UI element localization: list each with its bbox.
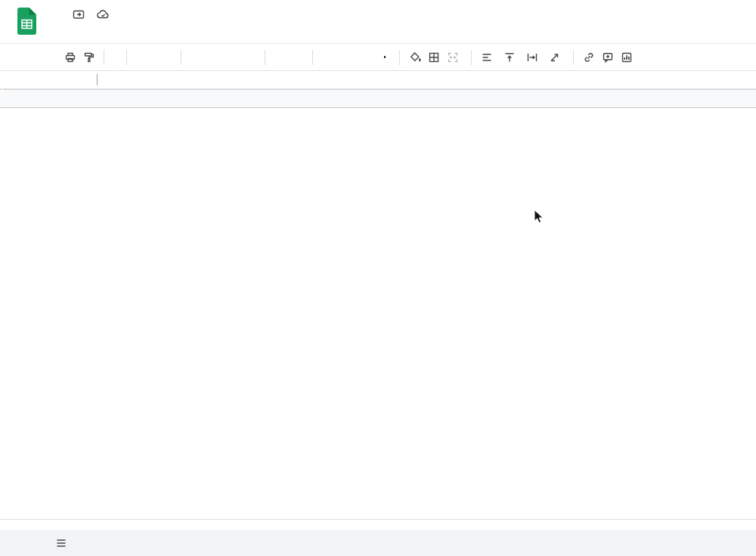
fill-handle[interactable] bbox=[0, 87, 3, 92]
increase-decimal-button[interactable] bbox=[156, 48, 164, 67]
titlebar bbox=[0, 0, 756, 43]
sheet-tab-bar bbox=[0, 530, 756, 556]
undo-button[interactable] bbox=[23, 48, 42, 67]
italic-button[interactable] bbox=[337, 48, 356, 67]
format-percent-button[interactable] bbox=[140, 48, 147, 67]
fill-color-button[interactable] bbox=[405, 48, 424, 67]
toolbar-divider bbox=[104, 50, 104, 65]
horizontal-align-button[interactable] bbox=[477, 48, 496, 67]
bold-button[interactable] bbox=[318, 48, 337, 67]
toolbar-divider bbox=[265, 50, 265, 65]
redo-button[interactable] bbox=[42, 48, 60, 67]
text-rotation-button[interactable] bbox=[545, 48, 564, 67]
toolbar-divider bbox=[399, 50, 400, 65]
cloud-status-icon[interactable] bbox=[96, 8, 110, 21]
text-wrap-button[interactable] bbox=[522, 48, 541, 67]
merge-cells-button bbox=[443, 48, 462, 67]
vertical-align-button[interactable] bbox=[500, 48, 519, 67]
toolbar-divider bbox=[126, 50, 127, 65]
strikethrough-button[interactable] bbox=[356, 48, 375, 67]
formula-caret bbox=[97, 74, 98, 85]
format-currency-button[interactable] bbox=[132, 48, 140, 67]
borders-button[interactable] bbox=[424, 48, 443, 67]
toolbar-divider bbox=[312, 50, 313, 65]
toolbar-divider bbox=[573, 50, 574, 65]
insert-chart-button[interactable] bbox=[617, 48, 636, 67]
all-sheets-button[interactable] bbox=[50, 530, 73, 556]
formula-bar[interactable] bbox=[0, 71, 756, 89]
more-formats-button[interactable] bbox=[164, 48, 175, 67]
document-title-row bbox=[51, 5, 110, 23]
print-button[interactable] bbox=[60, 48, 79, 67]
move-folder-icon[interactable] bbox=[72, 8, 85, 21]
font-size-select[interactable] bbox=[271, 48, 307, 67]
toolbar-divider bbox=[181, 50, 181, 65]
decrease-decimal-button[interactable] bbox=[147, 48, 156, 67]
sheets-logo[interactable] bbox=[17, 8, 36, 35]
spreadsheet-grid bbox=[0, 89, 756, 520]
text-color-button[interactable] bbox=[375, 48, 394, 67]
toolbar bbox=[0, 43, 756, 71]
column-headers bbox=[0, 89, 756, 108]
font-select[interactable] bbox=[187, 48, 259, 67]
mouse-cursor bbox=[534, 209, 544, 224]
insert-link-button[interactable] bbox=[579, 48, 598, 67]
zoom-select[interactable] bbox=[110, 48, 121, 67]
insert-comment-button[interactable] bbox=[598, 48, 617, 67]
paint-format-button[interactable] bbox=[79, 48, 98, 67]
toolbar-divider bbox=[471, 50, 472, 65]
add-sheet-button[interactable] bbox=[27, 530, 50, 556]
